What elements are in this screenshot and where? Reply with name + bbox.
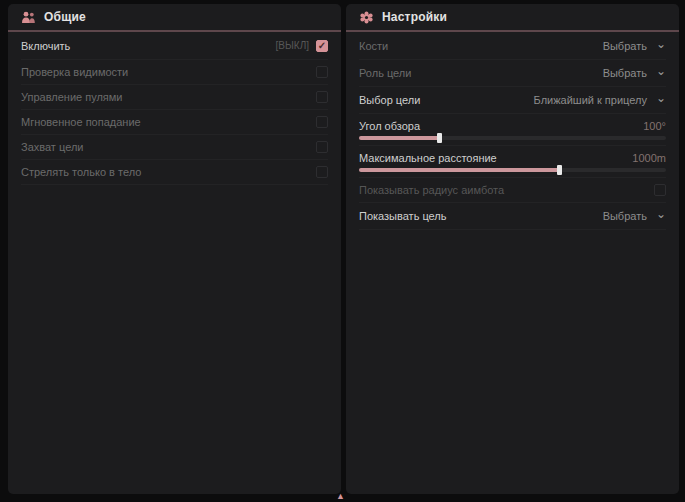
chevron-down-icon: ⌄ — [656, 94, 666, 102]
chevron-down-icon: ⌄ — [656, 210, 666, 218]
instant-hit-checkbox[interactable] — [316, 116, 328, 128]
show-target-dropdown[interactable]: Выбрать ⌄ — [603, 210, 666, 222]
settings-panel-header: Настройки — [346, 4, 679, 30]
row-fov: Угол обзора 100° — [359, 114, 666, 146]
settings-panel: Настройки Кости Выбрать ⌄ Роль цели Выбр… — [346, 4, 679, 494]
row-label: Максимальное расстояние — [359, 152, 497, 164]
bullet-control-checkbox[interactable] — [316, 91, 328, 103]
scroll-up-indicator[interactable]: ▲ — [336, 491, 345, 501]
dropdown-value: Выбрать — [603, 67, 647, 79]
slider-value: 1000m — [632, 152, 666, 164]
row-target-lock: Захват цели — [21, 135, 328, 160]
row-visibility-check: Проверка видимости — [21, 60, 328, 85]
row-label: Показывать цель — [359, 210, 447, 222]
slider-fill — [359, 136, 439, 140]
target-select-dropdown[interactable]: Ближайший к прицелу ⌄ — [534, 94, 666, 106]
panel-title: Общие — [44, 10, 86, 24]
general-panel: Общие Включить [ВЫКЛ] ✓ Проверка видимос… — [8, 4, 341, 494]
dropdown-value: Ближайший к прицелу — [534, 94, 647, 106]
row-label: Роль цели — [359, 67, 411, 79]
target-lock-checkbox[interactable] — [316, 141, 328, 153]
max-distance-slider[interactable] — [359, 168, 666, 172]
bones-dropdown[interactable]: Выбрать ⌄ — [603, 40, 666, 52]
row-bullet-control: Управление пулями — [21, 85, 328, 110]
show-radius-checkbox[interactable] — [654, 184, 666, 196]
people-icon — [21, 10, 36, 25]
target-role-dropdown[interactable]: Выбрать ⌄ — [603, 67, 666, 79]
row-target-role: Роль цели Выбрать ⌄ — [359, 60, 666, 87]
general-panel-header: Общие — [8, 4, 341, 30]
enable-checkbox[interactable]: ✓ — [316, 40, 328, 52]
chevron-down-icon: ⌄ — [656, 40, 666, 48]
body-only-checkbox[interactable] — [316, 166, 328, 178]
slider-thumb[interactable] — [557, 165, 562, 175]
row-show-radius: Показывать радиус аимбота — [359, 178, 666, 203]
row-label: Выбор цели — [359, 94, 420, 106]
gear-icon — [359, 10, 374, 25]
row-label: Угол обзора — [359, 120, 420, 132]
row-show-target: Показывать цель Выбрать ⌄ — [359, 203, 666, 230]
visibility-check-checkbox[interactable] — [316, 66, 328, 78]
row-label: Мгновенное попадание — [21, 116, 141, 128]
chevron-down-icon: ⌄ — [656, 67, 666, 75]
row-body-only: Стрелять только в тело — [21, 160, 328, 185]
state-text: [ВЫКЛ] — [276, 40, 309, 51]
fov-slider[interactable] — [359, 136, 666, 140]
dropdown-value: Выбрать — [603, 210, 647, 222]
row-label: Проверка видимости — [21, 66, 128, 78]
row-instant-hit: Мгновенное попадание — [21, 110, 328, 135]
slider-value: 100° — [643, 120, 666, 132]
slider-fill — [359, 168, 559, 172]
row-label: Стрелять только в тело — [21, 166, 141, 178]
row-target-select: Выбор цели Ближайший к прицелу ⌄ — [359, 87, 666, 114]
check-icon: ✓ — [318, 41, 326, 51]
row-label: Управление пулями — [21, 91, 123, 103]
slider-thumb[interactable] — [437, 133, 442, 143]
dropdown-value: Выбрать — [603, 40, 647, 52]
row-label: Захват цели — [21, 141, 83, 153]
row-label: Кости — [359, 40, 388, 52]
row-bones: Кости Выбрать ⌄ — [359, 32, 666, 60]
row-label: Включить — [21, 40, 70, 52]
row-enable: Включить [ВЫКЛ] ✓ — [21, 32, 328, 60]
panel-title: Настройки — [382, 10, 447, 24]
row-max-distance: Максимальное расстояние 1000m — [359, 146, 666, 178]
row-label: Показывать радиус аимбота — [359, 184, 504, 196]
